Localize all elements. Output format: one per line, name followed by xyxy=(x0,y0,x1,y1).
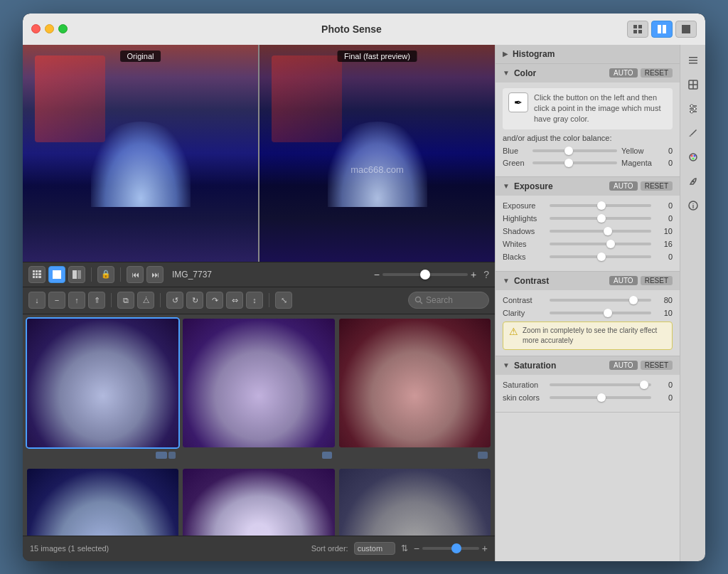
zoom-plus-button[interactable]: + xyxy=(471,269,476,280)
download-button[interactable]: ↓ xyxy=(28,292,46,309)
svg-point-27 xyxy=(690,105,693,107)
saturation-auto-button[interactable]: AUTO xyxy=(609,361,638,370)
blue-thumb[interactable] xyxy=(564,147,573,155)
highlights-slider[interactable] xyxy=(550,217,651,220)
highlights-value: 0 xyxy=(655,214,673,223)
crop-button[interactable]: ⤡ xyxy=(275,292,292,309)
svg-line-20 xyxy=(420,302,422,304)
clarity-slider[interactable] xyxy=(550,312,651,314)
far-right-menu-button[interactable] xyxy=(683,51,703,70)
far-right-palette-button[interactable] xyxy=(683,147,703,167)
thumbnail-zoom-control: − + xyxy=(414,543,488,554)
skin-value: 0 xyxy=(655,393,673,402)
contrast-header[interactable]: ▼ Contrast AUTO RESET xyxy=(496,272,680,290)
help-button[interactable]: ? xyxy=(483,269,489,280)
contrast-reset-button[interactable]: RESET xyxy=(641,276,673,285)
search-icon xyxy=(414,296,423,304)
next-button[interactable]: ⏭ xyxy=(146,266,164,283)
search-input[interactable] xyxy=(426,295,483,305)
blue-slider[interactable] xyxy=(532,149,617,152)
color-reset-button[interactable]: RESET xyxy=(641,68,673,78)
thumb-zoom-thumb[interactable] xyxy=(451,543,461,553)
thumbnail-2[interactable] xyxy=(183,319,334,447)
saturation-reset-button[interactable]: RESET xyxy=(641,361,673,370)
close-button[interactable] xyxy=(31,24,41,33)
zoom-minus-button[interactable]: − xyxy=(374,269,380,280)
exposure-slider[interactable] xyxy=(550,204,651,207)
far-right-adjust-button[interactable] xyxy=(683,99,703,119)
thumbnail-1[interactable] xyxy=(27,319,178,447)
view-split-button[interactable] xyxy=(651,21,673,38)
thumb-zoom-minus[interactable]: − xyxy=(414,543,419,554)
eyedropper-button[interactable]: ✒ xyxy=(508,92,528,112)
exposure-auto-button[interactable]: AUTO xyxy=(609,181,638,191)
far-right-info-button[interactable]: i xyxy=(683,196,703,216)
contrast-auto-button[interactable]: AUTO xyxy=(609,276,638,285)
histogram-header[interactable]: ▶ Histogram xyxy=(496,45,680,63)
flip-h-button[interactable]: ⇔ xyxy=(226,292,243,309)
exposure-thumb[interactable] xyxy=(597,201,606,210)
maximize-button[interactable] xyxy=(58,24,68,33)
remove-button[interactable]: − xyxy=(48,292,65,309)
blacks-thumb[interactable] xyxy=(597,253,606,261)
thumbnail-4[interactable] xyxy=(27,469,178,536)
color-header[interactable]: ▼ Color AUTO RESET xyxy=(496,64,680,83)
thumbnail-3[interactable] xyxy=(339,319,491,447)
svg-rect-15 xyxy=(38,276,41,278)
saturation-lock-icon[interactable] xyxy=(640,381,648,389)
skin-slider[interactable] xyxy=(550,396,651,399)
paste-button[interactable]: ⧊ xyxy=(137,292,154,309)
clarity-thumb[interactable] xyxy=(604,309,612,317)
exposure-value: 0 xyxy=(655,201,673,210)
whites-thumb[interactable] xyxy=(606,240,615,248)
view-grid-button[interactable] xyxy=(627,21,648,38)
prev-button[interactable]: ⏮ xyxy=(127,266,144,283)
view-single-button[interactable] xyxy=(675,21,697,38)
left-panel: Original Final (fast preview) xyxy=(23,45,495,561)
share-button[interactable]: ⇑ xyxy=(88,292,105,309)
thumbnail-6[interactable] xyxy=(339,469,491,536)
color-section: ▼ Color AUTO RESET ✒ Click the button on… xyxy=(496,64,680,177)
svg-point-31 xyxy=(690,154,692,156)
far-right-pen-button[interactable] xyxy=(683,171,703,191)
compare-button[interactable] xyxy=(68,266,85,283)
highlights-thumb[interactable] xyxy=(597,214,606,223)
zoom-thumb[interactable] xyxy=(420,270,430,280)
shadows-thumb[interactable] xyxy=(604,227,612,235)
rotate-right-button[interactable]: ↷ xyxy=(206,292,223,309)
sort-direction-button[interactable]: ⇅ xyxy=(401,543,408,553)
filmstrip-button[interactable] xyxy=(28,266,46,283)
thumb-zoom-slider[interactable] xyxy=(422,547,479,550)
green-thumb[interactable] xyxy=(564,159,573,167)
skin-thumb[interactable] xyxy=(597,393,606,402)
contrast-slider[interactable] xyxy=(550,299,651,302)
sort-select[interactable]: custom date name rating xyxy=(354,542,395,555)
contrast-thumb[interactable] xyxy=(629,296,638,304)
flip-v-button[interactable]: ↕ xyxy=(246,292,263,309)
green-slider[interactable] xyxy=(532,161,617,164)
exposure-reset-button[interactable]: RESET xyxy=(641,181,673,191)
saturation-value: 0 xyxy=(655,381,673,389)
whites-slider[interactable] xyxy=(550,243,651,245)
shadows-slider[interactable] xyxy=(550,230,651,233)
saturation-header[interactable]: ▼ Saturation AUTO RESET xyxy=(496,356,680,375)
blacks-slider[interactable] xyxy=(550,255,651,258)
thumbnail-5[interactable] xyxy=(183,469,334,536)
blacks-row: Blacks 0 xyxy=(503,253,673,261)
minimize-button[interactable] xyxy=(45,24,54,33)
contrast-section: ▼ Contrast AUTO RESET Contrast 80 xyxy=(496,272,680,356)
thumb-zoom-plus[interactable]: + xyxy=(482,543,488,554)
color-auto-button[interactable]: AUTO xyxy=(609,68,638,78)
copy-button[interactable]: ⧉ xyxy=(117,292,134,309)
far-right-pencil-button[interactable] xyxy=(683,123,703,143)
far-right-transform-button[interactable] xyxy=(683,75,703,95)
blue-yellow-row: Blue Yellow 0 xyxy=(503,147,673,155)
zoom-slider[interactable] xyxy=(382,273,468,276)
rotate-ccw-button[interactable]: ↺ xyxy=(166,292,183,309)
upload-button[interactable]: ↑ xyxy=(68,292,85,309)
saturation-slider[interactable] xyxy=(550,383,651,386)
rotate-cw-button[interactable]: ↻ xyxy=(186,292,203,309)
exposure-header[interactable]: ▼ Exposure AUTO RESET xyxy=(496,177,680,196)
lock-button[interactable]: 🔒 xyxy=(97,266,114,283)
grid-view-button[interactable] xyxy=(48,266,65,283)
